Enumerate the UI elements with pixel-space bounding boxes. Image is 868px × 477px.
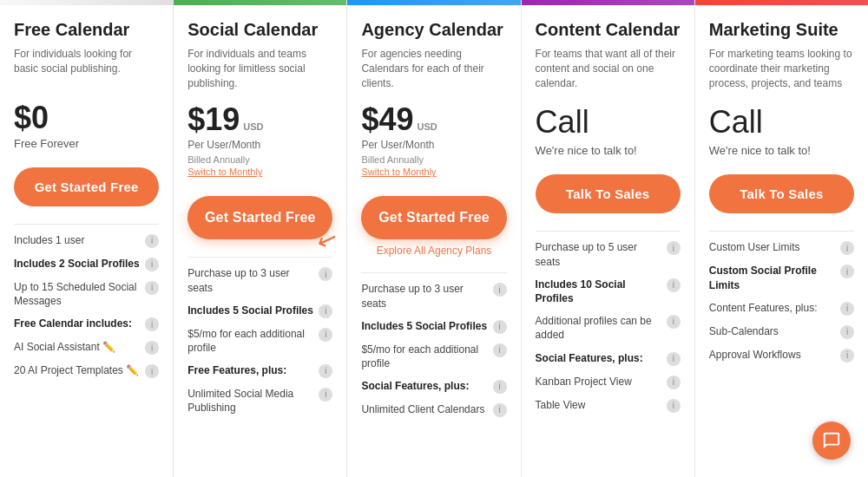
feature-info-icon[interactable]: i bbox=[667, 376, 681, 389]
feature-item: Custom Social Profile Limits i bbox=[709, 264, 854, 291]
feature-info-icon[interactable]: i bbox=[145, 364, 159, 378]
feature-info-icon[interactable]: i bbox=[667, 352, 681, 366]
feature-info-icon[interactable]: i bbox=[493, 320, 507, 334]
feature-item: Unlimited Social Media Publishing i bbox=[187, 387, 332, 415]
price-amount: $19 bbox=[187, 104, 240, 135]
price-amount: $49 bbox=[361, 104, 413, 135]
feature-item: Social Features, plus: i bbox=[536, 351, 681, 366]
feature-info-icon[interactable]: i bbox=[319, 304, 332, 318]
feature-info-icon[interactable]: i bbox=[667, 278, 681, 292]
pricing-container: Free Calendar For individuals looking fo… bbox=[0, 0, 868, 477]
plan-card-social: Social Calendar For individuals and team… bbox=[174, 0, 347, 477]
price-sub: Free Forever bbox=[14, 137, 159, 150]
plan-name: Marketing Suite bbox=[709, 19, 854, 40]
feature-info-icon[interactable]: i bbox=[840, 325, 854, 339]
explore-link[interactable]: Explore All Agency Plans bbox=[361, 245, 506, 257]
price-period: Per User/Month bbox=[187, 139, 332, 151]
feature-info-icon[interactable]: i bbox=[145, 234, 159, 248]
feature-item: Includes 5 Social Profiles i bbox=[187, 304, 332, 318]
feature-item: Social Features, plus: i bbox=[361, 379, 506, 394]
plan-name: Social Calendar bbox=[187, 19, 332, 40]
feature-info-icon[interactable]: i bbox=[145, 341, 159, 355]
price-usd: USD bbox=[243, 121, 263, 132]
divider bbox=[536, 231, 681, 232]
price-amount: $0 bbox=[14, 102, 49, 134]
plan-top-bar bbox=[0, 0, 173, 5]
cta-button[interactable]: Talk To Sales bbox=[536, 174, 681, 213]
feature-item: Unlimited Client Calendars i bbox=[361, 402, 506, 417]
feature-item: 20 AI Project Templates ✏️ i bbox=[14, 363, 159, 378]
plan-name: Free Calendar bbox=[14, 19, 159, 40]
feature-info-icon[interactable]: i bbox=[840, 302, 854, 316]
feature-item: Content Features, plus: i bbox=[709, 301, 854, 316]
feature-item: Purchase up to 5 user seats i bbox=[536, 240, 681, 268]
feature-info-icon[interactable]: i bbox=[145, 258, 159, 271]
feature-info-icon[interactable]: i bbox=[840, 241, 854, 255]
feature-item: $5/mo for each additional profile i bbox=[187, 327, 332, 355]
feature-item: Kanban Project View i bbox=[536, 375, 681, 389]
feature-item: Purchase up to 3 user seats i bbox=[187, 266, 332, 294]
plan-description: For marketing teams looking to coordinat… bbox=[709, 47, 854, 90]
feature-item: Purchase up to 3 user seats i bbox=[361, 282, 506, 310]
feature-item: AI Social Assistant ✏️ i bbox=[14, 340, 159, 355]
feature-info-icon[interactable]: i bbox=[145, 317, 159, 331]
plan-description: For individuals looking for basic social… bbox=[14, 47, 159, 88]
feature-item: Additional profiles can be added i bbox=[536, 314, 681, 342]
feature-info-icon[interactable]: i bbox=[493, 403, 507, 417]
plan-description: For individuals and teams looking for li… bbox=[187, 47, 332, 90]
feature-item: $5/mo for each additional profile i bbox=[361, 343, 506, 370]
price-amount: Call bbox=[709, 104, 854, 140]
feature-item: Sub-Calendars i bbox=[709, 324, 854, 339]
plan-name: Agency Calendar bbox=[361, 19, 506, 40]
cta-button[interactable]: Get Started Free bbox=[187, 196, 332, 239]
feature-info-icon[interactable]: i bbox=[667, 315, 681, 329]
feature-item: Includes 10 Social Profiles i bbox=[536, 278, 681, 305]
price-billed: Billed Annually bbox=[187, 154, 332, 165]
plan-top-bar bbox=[522, 0, 694, 5]
plan-card-free: Free Calendar For individuals looking fo… bbox=[0, 0, 174, 477]
feature-item: Includes 5 Social Profiles i bbox=[361, 319, 506, 334]
feature-item: Up to 15 Scheduled Social Messages i bbox=[14, 280, 159, 308]
switch-billing-link[interactable]: Switch to Monthly bbox=[361, 167, 506, 177]
price-billed: Billed Annually bbox=[361, 154, 506, 165]
feature-info-icon[interactable]: i bbox=[145, 281, 159, 295]
feature-info-icon[interactable]: i bbox=[493, 283, 507, 297]
cta-button[interactable]: Get Started Free bbox=[361, 196, 506, 239]
feature-info-icon[interactable]: i bbox=[319, 388, 332, 402]
plan-description: For agencies needing Calendars for each … bbox=[361, 47, 506, 90]
plan-top-bar bbox=[347, 0, 520, 5]
chat-button[interactable] bbox=[812, 421, 851, 460]
feature-info-icon[interactable]: i bbox=[319, 267, 332, 281]
feature-info-icon[interactable]: i bbox=[319, 364, 332, 378]
divider bbox=[361, 272, 506, 273]
feature-item: Table View i bbox=[536, 398, 681, 413]
price-usd: USD bbox=[417, 121, 437, 132]
price-amount: Call bbox=[536, 104, 681, 140]
feature-info-icon[interactable]: i bbox=[319, 328, 332, 342]
feature-info-icon[interactable]: i bbox=[493, 343, 507, 357]
cta-button[interactable]: Get Started Free bbox=[14, 167, 159, 206]
cta-button[interactable]: Talk To Sales bbox=[709, 174, 854, 213]
feature-item: Free Calendar includes: i bbox=[14, 317, 159, 331]
plan-card-marketing: Marketing Suite For marketing teams look… bbox=[695, 0, 868, 477]
feature-item: Approval Workflows i bbox=[709, 348, 854, 363]
feature-info-icon[interactable]: i bbox=[840, 349, 854, 363]
feature-item: Custom User Limits i bbox=[709, 240, 854, 255]
plan-top-bar bbox=[695, 0, 868, 5]
plan-card-content: Content Calendar For teams that want all… bbox=[522, 0, 695, 477]
plan-description: For teams that want all of their content… bbox=[536, 47, 681, 90]
price-sub: We're nice to talk to! bbox=[536, 144, 681, 157]
plan-card-agency: Agency Calendar For agencies needing Cal… bbox=[347, 0, 521, 477]
divider bbox=[14, 224, 159, 225]
feature-item: Includes 1 user i bbox=[14, 233, 159, 248]
price-period: Per User/Month bbox=[361, 139, 506, 151]
price-sub: We're nice to talk to! bbox=[709, 144, 854, 157]
plan-name: Content Calendar bbox=[536, 19, 681, 40]
feature-item: Free Features, plus: i bbox=[187, 363, 332, 378]
feature-info-icon[interactable]: i bbox=[493, 380, 507, 394]
switch-billing-link[interactable]: Switch to Monthly bbox=[187, 167, 332, 177]
plan-top-bar bbox=[174, 0, 346, 5]
feature-info-icon[interactable]: i bbox=[667, 241, 681, 255]
feature-info-icon[interactable]: i bbox=[840, 265, 854, 278]
feature-info-icon[interactable]: i bbox=[667, 399, 681, 413]
